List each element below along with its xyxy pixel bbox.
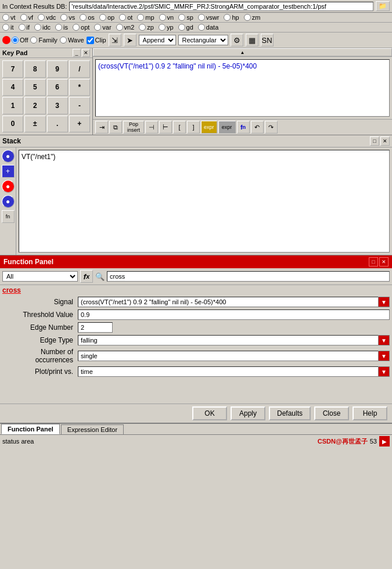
radio-op[interactable]: op: [99, 14, 114, 21]
radio-vdc[interactable]: vdc: [38, 14, 56, 21]
key-8[interactable]: 8: [24, 60, 45, 78]
stack-add-btn[interactable]: +: [2, 165, 15, 178]
radio-is[interactable]: is: [55, 24, 68, 31]
radio-vn2[interactable]: vn2: [116, 24, 135, 31]
append-select[interactable]: Append: [139, 35, 176, 45]
radio-var[interactable]: var: [94, 24, 111, 31]
checkbox-clip[interactable]: Clip: [87, 37, 106, 44]
radio-vswr[interactable]: vswr: [198, 14, 220, 21]
defaults-button[interactable]: Defaults: [269, 406, 311, 420]
fp-search-input[interactable]: [107, 271, 390, 282]
ok-button[interactable]: OK: [192, 406, 227, 420]
expr-btn1[interactable]: expr: [201, 121, 217, 134]
radio-data[interactable]: data: [198, 24, 218, 31]
key-2[interactable]: 2: [24, 97, 45, 114]
key-7[interactable]: 7: [2, 60, 23, 78]
key-3[interactable]: 3: [47, 97, 68, 114]
sn-icon-btn[interactable]: SN: [261, 34, 274, 46]
key-mul[interactable]: *: [69, 79, 90, 96]
radio-if[interactable]: if: [19, 24, 30, 31]
radio-zm[interactable]: zm: [244, 14, 261, 21]
status-icon-btn[interactable]: ▶: [379, 436, 390, 446]
radio-opt[interactable]: opt: [73, 24, 89, 31]
radio-gd[interactable]: gd: [178, 24, 193, 31]
radio-os[interactable]: os: [80, 14, 95, 21]
grid-icon-btn[interactable]: ▦: [246, 34, 258, 46]
copy-icon-btn[interactable]: ⧉: [109, 121, 122, 134]
keypad-close-btn[interactable]: ✕: [82, 49, 90, 57]
stack-del-btn[interactable]: ●: [2, 180, 15, 193]
stack-expand-btn[interactable]: □: [370, 136, 379, 146]
radio-off[interactable]: Off: [2, 36, 28, 44]
fp-expand-btn[interactable]: □: [369, 257, 378, 267]
tab-function-panel[interactable]: Function Panel: [1, 424, 60, 434]
key-9[interactable]: 9: [47, 60, 68, 78]
key-plus[interactable]: +: [69, 116, 90, 133]
occurrences-dropdown-arrow[interactable]: ▼: [378, 351, 390, 361]
tab-expression-editor[interactable]: Expression Editor: [61, 424, 124, 434]
edge-type-select[interactable]: falling: [78, 335, 390, 345]
key-div[interactable]: /: [69, 60, 90, 78]
radio-vt[interactable]: vt: [2, 14, 16, 21]
key-4[interactable]: 4: [2, 79, 23, 96]
radio-zp[interactable]: zp: [139, 24, 154, 31]
fp-category-select[interactable]: All: [2, 271, 78, 282]
radio-mp[interactable]: mp: [137, 14, 154, 21]
plot-vs-dropdown-arrow[interactable]: ▼: [378, 366, 390, 377]
expr-btn2[interactable]: expr: [218, 121, 236, 134]
radio-vs[interactable]: vs: [60, 14, 75, 21]
stack-push-btn[interactable]: ●: [2, 150, 15, 163]
scroll-up-btn[interactable]: ▲: [93, 48, 392, 56]
edge-type-dropdown-arrow[interactable]: ▼: [378, 335, 390, 345]
folder-button[interactable]: 📁: [376, 1, 390, 11]
key-dot[interactable]: .: [47, 116, 68, 133]
rectangular-select[interactable]: Rectangular: [178, 35, 228, 45]
radio-family[interactable]: Family: [30, 37, 57, 44]
close-button[interactable]: Close: [314, 406, 349, 420]
signal-dropdown-arrow[interactable]: ▼: [378, 297, 390, 307]
keypad-minimize-btn[interactable]: _: [73, 49, 81, 57]
apply-button[interactable]: Apply: [231, 406, 265, 420]
plot-vs-select[interactable]: time: [78, 366, 390, 377]
stack-list[interactable]: VT("/net1"): [19, 150, 390, 253]
settings-icon-btn[interactable]: ⚙: [231, 34, 243, 46]
stack-close-btn[interactable]: ✕: [380, 136, 390, 146]
arrow-icon-btn[interactable]: ➤: [124, 34, 136, 46]
key-6[interactable]: 6: [47, 79, 68, 96]
radio-yp[interactable]: yp: [159, 24, 174, 31]
edge-num-input[interactable]: [78, 322, 113, 333]
stack-pop-btn[interactable]: ●: [2, 195, 15, 208]
fn-btn[interactable]: fn: [237, 121, 250, 134]
radio-idc[interactable]: idc: [34, 24, 51, 31]
key-minus[interactable]: -: [69, 97, 90, 114]
redo-btn[interactable]: ↷: [265, 121, 278, 134]
help-button[interactable]: Help: [353, 406, 387, 420]
radio-hp[interactable]: hp: [224, 14, 239, 21]
key-0[interactable]: 0: [2, 116, 23, 133]
key-plusminus[interactable]: ±: [24, 116, 45, 133]
expression-display[interactable]: (cross(VT("/net1") 0.9 2 "falling" nil n…: [95, 59, 390, 117]
bracket-right-btn[interactable]: ]: [187, 121, 200, 134]
right-icon-btn[interactable]: ⊢: [159, 121, 172, 134]
undo-btn[interactable]: ↶: [251, 121, 264, 134]
key-5[interactable]: 5: [24, 79, 45, 96]
radio-it[interactable]: it: [2, 24, 14, 31]
fp-fx-btn[interactable]: fx: [80, 270, 93, 283]
pop-insert-btn[interactable]: Popinsert: [123, 121, 144, 134]
snap-icon-btn[interactable]: ⇲: [109, 34, 121, 46]
threshold-input[interactable]: [78, 309, 390, 320]
db-path[interactable]: 'results/data/Interactive.2/psf/SMIC_MMR…: [69, 2, 373, 11]
left-icon-btn[interactable]: ⊣: [145, 121, 158, 134]
signal-select[interactable]: (cross(VT("/net1") 0.9 2 "falling" nil n…: [78, 297, 390, 307]
radio-sp[interactable]: sp: [178, 14, 193, 21]
stack-fn-btn[interactable]: fn: [2, 210, 15, 223]
occurrences-select[interactable]: single: [78, 351, 390, 361]
radio-vf[interactable]: vf: [20, 14, 34, 21]
bracket-left-btn[interactable]: [: [173, 121, 186, 134]
key-1[interactable]: 1: [2, 97, 23, 114]
insert-icon-btn[interactable]: ⇥: [95, 121, 108, 134]
fp-close-btn[interactable]: ✕: [379, 257, 389, 267]
radio-ot[interactable]: ot: [119, 14, 132, 21]
radio-vn[interactable]: vn: [159, 14, 174, 21]
radio-wave[interactable]: Wave: [60, 37, 84, 44]
